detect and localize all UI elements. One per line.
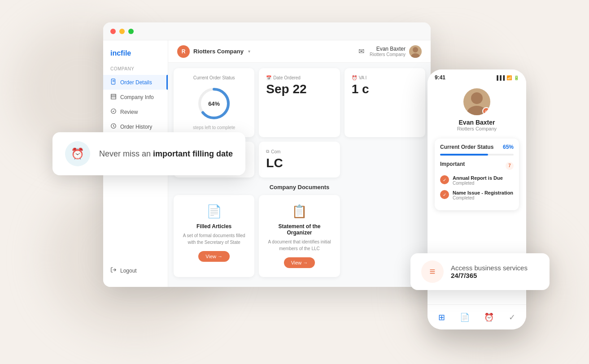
filled-articles-desc: A set of formal documents filled with th… [181, 232, 247, 246]
phone-progress-fill [440, 154, 488, 156]
documents-title: Company Documents [174, 184, 425, 191]
user-name: Evan Baxter [370, 46, 406, 52]
sidebar-item-company-info[interactable]: Company Info [103, 90, 168, 104]
phone-order-card: Current Order Status 65% Important 7 ✓ A… [435, 139, 519, 210]
phone-task-sub: Completed [453, 181, 503, 186]
battery-icon: 🔋 [514, 75, 519, 80]
date-label: 📅 Date Ordered [266, 75, 332, 80]
svg-point-10 [413, 47, 418, 52]
header-right: ✉ Evan Baxter Riotters Company [358, 45, 422, 58]
mail-icon[interactable]: ✉ [358, 47, 364, 56]
company-name: Riotters Company [193, 48, 244, 55]
progress-percent: 64% [208, 100, 220, 107]
sidebar-item-label: Order History [120, 124, 152, 130]
app-logo: incfile [103, 49, 168, 66]
window-expand-dot[interactable] [128, 29, 134, 34]
document-lines-icon: ≡ [430, 266, 436, 277]
nav-docs-icon[interactable]: 📄 [460, 312, 470, 322]
access-card: ≡ Access business services 24/7/365 [410, 253, 550, 290]
order-status-card: Current Order Status 64% steps left to c… [174, 68, 254, 137]
nav-check-icon[interactable]: ✓ [509, 312, 515, 322]
phone-progress-bar [440, 154, 514, 156]
sidebar-item-review[interactable]: Review [103, 104, 168, 119]
user-info: Evan Baxter Riotters Company [370, 45, 422, 58]
calendar-icon: 📅 [266, 75, 271, 80]
comp-label: ⧉ Com [266, 149, 332, 154]
phone-avatar: ✏ [463, 88, 490, 115]
va-label: ⏰ VA I [352, 75, 418, 80]
file-icon [110, 78, 117, 86]
active-indicator [166, 75, 168, 90]
clock-small-icon: ⏰ [352, 75, 357, 80]
phone-task-title: Annual Report is Due [453, 175, 503, 181]
notification-card: ⏰ Never miss an important filling date [52, 132, 245, 175]
avatar [409, 45, 422, 58]
phone-status-icons: ▐▐▐ 📶 🔋 [495, 75, 519, 80]
statement-title: Statement of the Organizer [266, 223, 332, 236]
svg-point-11 [411, 53, 420, 58]
access-icon-circle: ≡ [421, 260, 444, 283]
wifi-icon: 📶 [506, 75, 512, 80]
va-value: 1 c [352, 82, 418, 96]
important-count-badge: 7 [506, 162, 514, 170]
phone-main-content: ✏ Evan Baxter Riotters Company Current O… [428, 83, 526, 221]
filled-articles-icon: 📄 [206, 204, 222, 219]
svg-point-14 [471, 92, 483, 104]
access-text: Access business services 24/7/365 [451, 264, 539, 279]
sidebar-item-order-details[interactable]: Order Details [103, 75, 168, 90]
access-bold-text: 24/7/365 [451, 272, 477, 279]
phone-order-title: Current Order Status [440, 144, 493, 150]
progress-sub: steps left to complete [193, 125, 236, 130]
access-plain-text: Access business services [451, 264, 528, 272]
date-value: Sep 22 [266, 82, 332, 96]
statement-desc: A document that identifies initial membe… [266, 238, 332, 252]
va-card: ⏰ VA I 1 c [345, 68, 425, 137]
sidebar-item-label: Order Details [120, 79, 152, 86]
progress-circle: 64% [196, 86, 232, 121]
phone-status-bar: 9:41 ▐▐▐ 📶 🔋 [428, 69, 526, 83]
notification-icon-circle: ⏰ [65, 141, 90, 166]
phone-profile: ✏ Evan Baxter Riotters Company [435, 88, 519, 131]
phone-user-company: Riotters Company [457, 126, 497, 131]
nav-clock-icon[interactable]: ⏰ [484, 312, 494, 322]
window-close-dot[interactable] [110, 29, 116, 34]
phone-time: 9:41 [435, 74, 445, 81]
alarm-icon: ⏰ [71, 147, 84, 160]
building-icon [110, 93, 117, 101]
logout-label: Logout [120, 268, 137, 274]
phone-task-details: Annual Report is Due Completed [453, 175, 503, 186]
date-ordered-card: 📅 Date Ordered Sep 22 [259, 68, 340, 137]
phone-task-item: ✓ Name Issue - Registration Completed [440, 190, 514, 200]
company-type-card: ⧉ Com LC [259, 142, 340, 178]
logout-button[interactable]: Logout [103, 263, 431, 278]
phone-important-label: Important [440, 161, 465, 167]
order-status-label: Current Order Status [193, 75, 235, 80]
task-check-icon: ✓ [440, 175, 449, 184]
notification-bold-text: important filling date [153, 149, 233, 158]
mobile-phone: 9:41 ▐▐▐ 📶 🔋 ✏ Evan Baxter Riotters Comp… [428, 69, 526, 329]
sidebar-section-label: Company [103, 66, 168, 75]
check-circle-icon [110, 108, 117, 116]
main-header: R Riotters Company ▾ ✉ Evan Baxter Riott… [168, 40, 431, 63]
view-filled-articles-button[interactable]: View → [198, 251, 230, 262]
logout-icon [110, 267, 117, 274]
task-check-icon: ✓ [440, 190, 449, 199]
user-company: Riotters Company [370, 52, 406, 57]
phone-task-item: ✓ Annual Report is Due Completed [440, 175, 514, 186]
company-selector[interactable]: R Riotters Company ▾ [177, 45, 250, 58]
filled-articles-title: Filled Articles [196, 223, 231, 230]
stack-icon: ⧉ [266, 149, 269, 154]
nav-home-icon[interactable]: ⊞ [438, 312, 445, 322]
phone-task-sub: Completed [453, 195, 513, 200]
sidebar-item-label: Review [120, 109, 138, 115]
phone-task-details: Name Issue - Registration Completed [453, 190, 513, 200]
phone-user-name: Evan Baxter [459, 119, 495, 126]
company-avatar: R [177, 45, 190, 58]
signal-icon: ▐▐▐ [495, 75, 505, 80]
phone-order-percent: 65% [503, 144, 514, 150]
phone-task-title: Name Issue - Registration [453, 190, 513, 195]
statement-icon: 📋 [292, 204, 307, 219]
chevron-down-icon: ▾ [248, 49, 250, 54]
svg-rect-3 [111, 94, 116, 99]
window-minimize-dot[interactable] [119, 29, 125, 34]
